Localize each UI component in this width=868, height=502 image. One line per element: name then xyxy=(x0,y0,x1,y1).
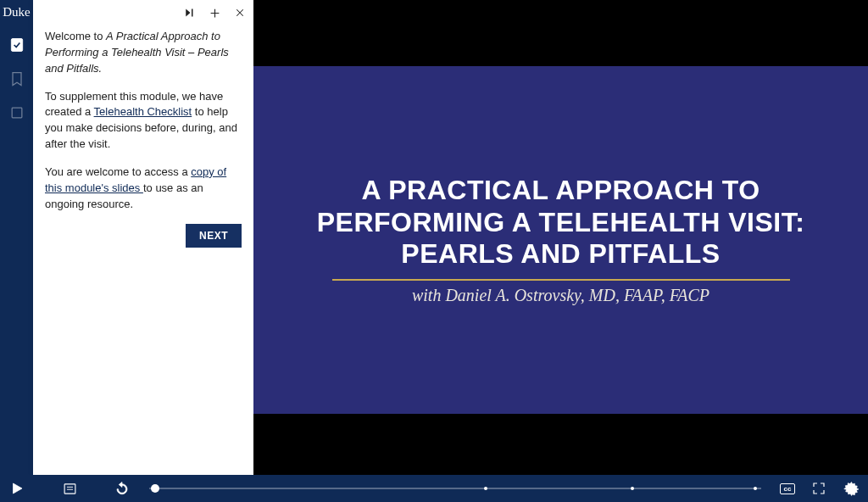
brand-logo: Duke xyxy=(3,5,31,20)
left-rail: Duke xyxy=(0,0,33,475)
captions-button[interactable]: cc xyxy=(780,483,795,494)
slides-paragraph: You are welcome to access a copy of this… xyxy=(45,165,242,213)
svg-rect-1 xyxy=(12,108,22,118)
play-icon[interactable] xyxy=(8,480,25,497)
title-slide: A PRACTICAL APPROACH TO PERFORMING A TEL… xyxy=(253,66,868,414)
close-icon[interactable] xyxy=(233,6,247,20)
replay-icon[interactable] xyxy=(114,480,131,497)
intro-prefix: Welcome to xyxy=(45,30,106,42)
telehealth-checklist-link[interactable]: Telehealth Checklist xyxy=(94,105,192,118)
fullscreen-icon[interactable] xyxy=(810,480,827,497)
chapter-marker[interactable] xyxy=(631,487,634,490)
panel-body: Welcome to A Practical Approach to Perfo… xyxy=(33,25,253,259)
chapter-marker[interactable] xyxy=(754,487,757,490)
rail-bookmark-icon[interactable] xyxy=(7,69,27,89)
progress-track[interactable] xyxy=(149,488,761,489)
slide-title: A PRACTICAL APPROACH TO PERFORMING A TEL… xyxy=(287,175,834,271)
svg-rect-2 xyxy=(64,483,75,493)
settings-icon[interactable] xyxy=(843,480,860,497)
rail-note-icon[interactable] xyxy=(7,103,27,123)
chapter-marker[interactable] xyxy=(484,487,487,490)
add-icon[interactable] xyxy=(208,6,221,20)
progress-handle[interactable] xyxy=(151,484,159,493)
next-button[interactable]: NEXT xyxy=(186,224,242,248)
svg-rect-0 xyxy=(11,39,22,52)
slide-divider xyxy=(332,279,790,281)
video-area: A PRACTICAL APPROACH TO PERFORMING A TEL… xyxy=(253,0,868,475)
skip-next-icon[interactable] xyxy=(182,6,196,20)
side-panel: Welcome to A Practical Approach to Perfo… xyxy=(33,0,253,475)
panel-top-bar xyxy=(33,0,253,25)
slide-subtitle: with Daniel A. Ostrovsky, MD, FAAP, FACP xyxy=(412,286,709,305)
rail-checklist-icon[interactable] xyxy=(7,35,27,55)
player-bar: cc xyxy=(0,475,868,502)
intro-paragraph: Welcome to A Practical Approach to Perfo… xyxy=(45,29,242,77)
transcript-icon[interactable] xyxy=(61,480,78,497)
supplement-paragraph: To supplement this module, we have creat… xyxy=(45,89,242,153)
